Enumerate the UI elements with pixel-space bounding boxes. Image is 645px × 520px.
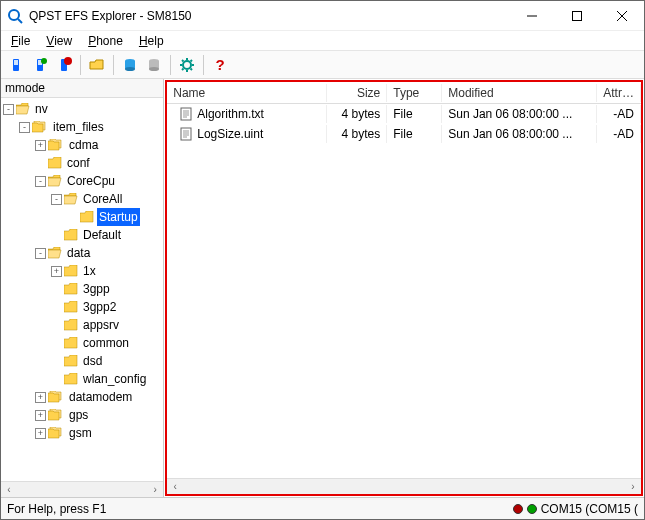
minimize-button[interactable] bbox=[509, 1, 554, 31]
file-row[interactable]: LogSize.uint4 bytesFileSun Jan 06 08:00:… bbox=[167, 124, 641, 144]
folder-icon bbox=[48, 139, 64, 151]
tree-item-label[interactable]: common bbox=[81, 334, 131, 352]
tree-item-label[interactable]: datamodem bbox=[67, 388, 134, 406]
tree-item-label[interactable]: CoreAll bbox=[81, 190, 124, 208]
file-list-pane: Name Size Type Modified Attribu... Algor… bbox=[165, 80, 643, 496]
folder-icon bbox=[48, 175, 62, 187]
tree-item[interactable]: -CoreAll bbox=[3, 190, 163, 208]
tree-item-label[interactable]: CoreCpu bbox=[65, 172, 117, 190]
tree-item[interactable]: Startup bbox=[3, 208, 163, 226]
file-list[interactable]: Algorithm.txt4 bytesFileSun Jan 06 08:00… bbox=[167, 104, 641, 478]
svg-point-19 bbox=[183, 61, 191, 69]
collapse-icon[interactable]: - bbox=[3, 104, 14, 115]
tree-item-label[interactable]: wlan_config bbox=[81, 370, 148, 388]
tree-item[interactable]: -data bbox=[3, 244, 163, 262]
col-modified[interactable]: Modified bbox=[442, 84, 597, 102]
tree-item-label[interactable]: cdma bbox=[67, 136, 100, 154]
tree-item-label[interactable]: gsm bbox=[67, 424, 94, 442]
status-port-text: COM15 (COM15 ( bbox=[541, 502, 638, 516]
collapse-icon[interactable]: - bbox=[35, 248, 46, 259]
tree-spacer bbox=[51, 302, 62, 313]
maximize-button[interactable] bbox=[554, 1, 599, 31]
phone-icon[interactable] bbox=[5, 54, 27, 76]
tree-item[interactable]: -CoreCpu bbox=[3, 172, 163, 190]
tree-item[interactable]: 3gpp bbox=[3, 280, 163, 298]
folder-tree[interactable]: -nv-item_files+cdmaconf-CoreCpu-CoreAllS… bbox=[1, 98, 163, 444]
file-size: 4 bytes bbox=[327, 125, 387, 143]
tree-item[interactable]: wlan_config bbox=[3, 370, 163, 388]
collapse-icon[interactable]: - bbox=[35, 176, 46, 187]
tree-item-label[interactable]: gps bbox=[67, 406, 90, 424]
svg-rect-3 bbox=[572, 11, 581, 20]
help-icon[interactable]: ? bbox=[209, 54, 231, 76]
expand-icon[interactable]: + bbox=[35, 392, 46, 403]
expand-icon[interactable]: + bbox=[35, 428, 46, 439]
tree-item-label[interactable]: nv bbox=[33, 100, 50, 118]
tree-spacer bbox=[51, 284, 62, 295]
tree-item[interactable]: conf bbox=[3, 154, 163, 172]
col-type[interactable]: Type bbox=[387, 84, 442, 102]
tree-item[interactable]: +datamodem bbox=[3, 388, 163, 406]
tree-item-label[interactable]: dsd bbox=[81, 352, 104, 370]
svg-line-1 bbox=[18, 19, 22, 23]
scroll-right-icon[interactable]: › bbox=[625, 479, 641, 495]
tree-h-scrollbar[interactable]: ‹ › bbox=[1, 481, 163, 497]
file-icon bbox=[179, 127, 193, 141]
menu-phone[interactable]: Phone bbox=[82, 32, 129, 50]
folder-icon bbox=[64, 193, 78, 205]
folder-open-icon[interactable] bbox=[86, 54, 108, 76]
phone-stop-icon[interactable] bbox=[53, 54, 75, 76]
col-size[interactable]: Size bbox=[327, 84, 387, 102]
db-grey-icon[interactable] bbox=[143, 54, 165, 76]
main-area: mmode -nv-item_files+cdmaconf-CoreCpu-Co… bbox=[1, 79, 644, 497]
tree-item-label[interactable]: item_files bbox=[51, 118, 106, 136]
gear-icon[interactable] bbox=[176, 54, 198, 76]
tree-item[interactable]: 3gpp2 bbox=[3, 298, 163, 316]
menu-file[interactable]: File bbox=[5, 32, 36, 50]
collapse-icon[interactable]: - bbox=[19, 122, 30, 133]
file-type: File bbox=[387, 105, 442, 123]
file-row[interactable]: Algorithm.txt4 bytesFileSun Jan 06 08:00… bbox=[167, 104, 641, 124]
list-header[interactable]: Name Size Type Modified Attribu... bbox=[167, 82, 641, 104]
phone-connect-icon[interactable] bbox=[29, 54, 51, 76]
db-blue-icon[interactable] bbox=[119, 54, 141, 76]
tree-item[interactable]: +gsm bbox=[3, 424, 163, 442]
tree-item-label[interactable]: Startup bbox=[97, 208, 140, 226]
menu-help[interactable]: Help bbox=[133, 32, 170, 50]
tree-item-label[interactable]: 3gpp2 bbox=[81, 298, 118, 316]
tree-item-label[interactable]: data bbox=[65, 244, 92, 262]
tree-item-label[interactable]: Default bbox=[81, 226, 123, 244]
tree-item[interactable]: -nv bbox=[3, 100, 163, 118]
tree-item[interactable]: dsd bbox=[3, 352, 163, 370]
expand-icon[interactable]: + bbox=[35, 140, 46, 151]
tree-item[interactable]: Default bbox=[3, 226, 163, 244]
tree-item-label[interactable]: 3gpp bbox=[81, 280, 112, 298]
collapse-icon[interactable]: - bbox=[51, 194, 62, 205]
scroll-left-icon[interactable]: ‹ bbox=[167, 479, 183, 495]
scroll-left-icon[interactable]: ‹ bbox=[1, 482, 17, 498]
file-type: File bbox=[387, 125, 442, 143]
close-button[interactable] bbox=[599, 1, 644, 31]
expand-icon[interactable]: + bbox=[51, 266, 62, 277]
col-name[interactable]: Name bbox=[167, 84, 327, 102]
tree-item[interactable]: +gps bbox=[3, 406, 163, 424]
folder-icon bbox=[64, 319, 78, 331]
tree-root-label[interactable]: mmode bbox=[1, 79, 163, 98]
tree-item[interactable]: appsrv bbox=[3, 316, 163, 334]
tree-item[interactable]: common bbox=[3, 334, 163, 352]
tree-item[interactable]: +1x bbox=[3, 262, 163, 280]
scroll-right-icon[interactable]: › bbox=[147, 482, 163, 498]
menu-view[interactable]: View bbox=[40, 32, 78, 50]
tree-item[interactable]: -item_files bbox=[3, 118, 163, 136]
tree-pane: mmode -nv-item_files+cdmaconf-CoreCpu-Co… bbox=[1, 79, 164, 497]
tree-spacer bbox=[67, 212, 78, 223]
tree-item-label[interactable]: conf bbox=[65, 154, 92, 172]
folder-icon bbox=[80, 211, 94, 223]
tree-item-label[interactable]: appsrv bbox=[81, 316, 121, 334]
expand-icon[interactable]: + bbox=[35, 410, 46, 421]
tree-item-label[interactable]: 1x bbox=[81, 262, 98, 280]
list-h-scrollbar[interactable]: ‹ › bbox=[167, 478, 641, 494]
toolbar-separator bbox=[170, 55, 171, 75]
col-attr[interactable]: Attribu... bbox=[597, 84, 641, 102]
tree-item[interactable]: +cdma bbox=[3, 136, 163, 154]
